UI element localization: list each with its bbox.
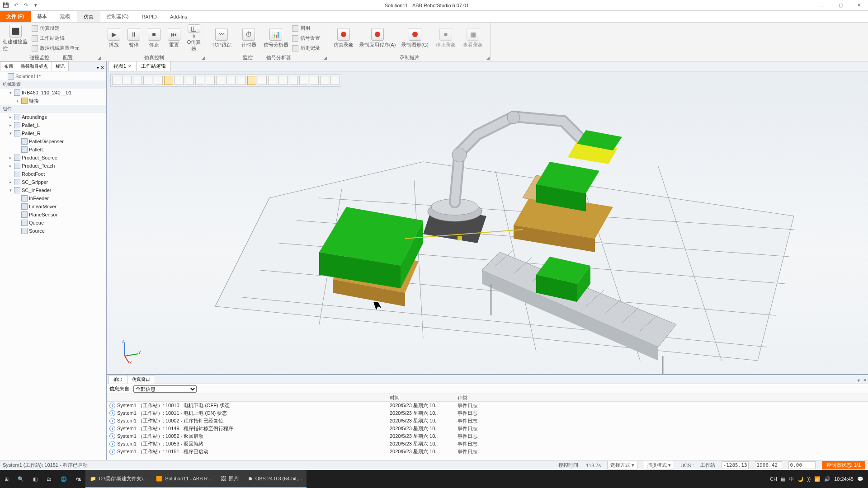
panel-dropdown-icon[interactable]: ▾ ✕	[94, 64, 107, 71]
tree-links[interactable]: 链接	[29, 98, 39, 104]
log-row[interactable]: iSystem1 （工作站）: 10053 - 返回就绪2020/5/23 星期…	[107, 440, 868, 448]
vp-tool[interactable]	[123, 76, 132, 85]
tab-file[interactable]: 文件 (F)	[0, 11, 31, 22]
maximize-button[interactable]: ▢	[832, 0, 850, 11]
tree-item[interactable]: Pallet_R	[22, 131, 41, 136]
sim-setup-button[interactable]: 仿真设定	[30, 24, 81, 33]
tree-item[interactable]: InFeeder	[29, 196, 49, 201]
log-row[interactable]: iSystem1 （工作站）: 10151 - 程序已启动2020/5/23 星…	[107, 448, 868, 455]
vp-tool[interactable]	[310, 76, 319, 85]
panel-tab-paths[interactable]: 路径和目标点	[17, 61, 52, 71]
vp-tool[interactable]	[289, 76, 298, 85]
vp-tool[interactable]	[320, 76, 329, 85]
play-button[interactable]: ▶播放	[105, 24, 123, 52]
output-tab-simwin[interactable]: 仿真窗口	[127, 375, 155, 384]
tray-ime[interactable]: CH	[770, 476, 777, 482]
vp-tool[interactable]	[278, 76, 288, 85]
taskview-button[interactable]: ◧	[28, 470, 42, 488]
tab-modeling[interactable]: 建模	[54, 11, 77, 22]
dialog-launcher-icon[interactable]: ◢	[486, 56, 490, 60]
io-sim-button[interactable]: ◫I/ O仿真器	[185, 24, 203, 52]
explorer-button[interactable]: 🗂	[42, 470, 56, 488]
close-button[interactable]: ✕	[850, 0, 868, 11]
start-button[interactable]: ⊞	[0, 470, 13, 488]
panel-close-icon[interactable]: ✕	[861, 377, 868, 384]
panel-tab-tags[interactable]: 标记	[52, 61, 69, 71]
tree-item[interactable]: Aroundings	[22, 114, 47, 120]
tcp-trace-button[interactable]: 〰TCP跟踪	[209, 24, 234, 52]
snap-mode-dropdown[interactable]: 捕捉模式 ▾	[644, 461, 674, 469]
taskbar-item[interactable]: ⏺ OBS 24.0.3 (64-bit,...	[243, 470, 307, 488]
vp-tool[interactable]	[237, 76, 246, 85]
qat-redo-icon[interactable]: ↷	[22, 1, 30, 9]
tab-controller[interactable]: 控制器(C)	[100, 11, 135, 22]
stop-record-button[interactable]: ■停止录象	[433, 24, 458, 52]
log-row[interactable]: iSystem1 （工作站）: 10149 - 程序指针移至例行程序2020/5…	[107, 425, 868, 432]
edge-button[interactable]: 🌐	[56, 470, 71, 488]
tree-item[interactable]: PalletDispenser	[29, 139, 64, 144]
vp-tool[interactable]	[195, 76, 204, 85]
vp-tool[interactable]	[330, 76, 340, 85]
signal-analyzer-button[interactable]: 📊信号分析器	[263, 24, 288, 52]
filter-select[interactable]: 全部信息	[133, 385, 197, 393]
view-tab-stationlogic[interactable]: 工作站逻辑	[136, 61, 171, 71]
output-tab-output[interactable]: 输出	[108, 375, 127, 384]
taskbar-item[interactable]: 🖼 照片	[217, 470, 243, 488]
vp-tool[interactable]	[258, 76, 267, 85]
vp-tool[interactable]	[154, 76, 163, 85]
tray-icon[interactable]: 中	[789, 476, 794, 483]
log-row[interactable]: iSystem1 （工作站）: 10052 - 返回启动2020/5/23 星期…	[107, 432, 868, 440]
tray-icon[interactable]: ))	[807, 476, 811, 482]
panel-tab-layout[interactable]: 布局	[0, 61, 17, 71]
scene-3d[interactable]	[107, 71, 868, 374]
vp-tool[interactable]	[216, 76, 225, 85]
vp-tool[interactable]	[133, 76, 142, 85]
sim-record-button[interactable]: 仿真录象	[331, 24, 356, 52]
vp-tool[interactable]	[226, 76, 236, 85]
vp-tool[interactable]	[206, 76, 215, 85]
close-tab-icon[interactable]: ✕	[128, 64, 132, 69]
reset-button[interactable]: ⏮重置	[165, 24, 183, 52]
3d-viewport[interactable]: z y x	[107, 71, 868, 374]
tray-icon[interactable]: 🌙	[797, 476, 804, 482]
log-row[interactable]: iSystem1 （工作站）: 10002 - 程序指针已经复位2020/5/2…	[107, 417, 868, 425]
tray-network-icon[interactable]: 📶	[814, 476, 821, 482]
store-button[interactable]: 🛍	[71, 470, 85, 488]
dialog-launcher-icon[interactable]: ◢	[202, 56, 205, 60]
vp-tool-active2[interactable]	[247, 76, 256, 85]
tray-icon[interactable]: ▦	[781, 476, 785, 482]
signal-settings-button[interactable]: 信号设置	[290, 34, 322, 43]
pause-button[interactable]: ⏸暂停	[125, 24, 143, 52]
tray-clock[interactable]: 10:24:45	[834, 476, 854, 482]
enable-button[interactable]: 启用	[290, 24, 322, 33]
tree-root[interactable]: Solution11*	[15, 74, 41, 79]
select-mode-dropdown[interactable]: 选择方式 ▾	[607, 461, 637, 469]
app-record-button[interactable]: 录制应用程序(A)	[358, 24, 397, 52]
timer-button[interactable]: ⏱计时器	[236, 24, 261, 52]
tree-item[interactable]: Queue	[29, 220, 44, 225]
tree-item[interactable]: Product_Teach	[22, 163, 55, 169]
tray-volume-icon[interactable]: 🔊	[824, 476, 830, 482]
vp-tool[interactable]	[299, 76, 308, 85]
station-logic-button[interactable]: 工作站逻辑	[30, 34, 81, 43]
tab-rapid[interactable]: RAPID	[135, 11, 164, 22]
view-tab-view1[interactable]: 视图1✕	[108, 61, 137, 71]
view-record-button[interactable]: ▦查看录象	[460, 24, 486, 52]
search-button[interactable]: 🔍	[13, 470, 28, 488]
dialog-launcher-icon[interactable]: ◢	[98, 56, 101, 60]
tree-item[interactable]: LinearMover	[29, 204, 57, 209]
tree-item[interactable]: RobotFoot	[22, 171, 45, 177]
tree-item[interactable]: Pallet_L	[22, 122, 40, 128]
create-collision-button[interactable]: ⬛创建碰撞监控	[3, 24, 28, 52]
history-button[interactable]: 历史记录	[290, 44, 322, 53]
tab-basic[interactable]: 基本	[31, 11, 54, 22]
vp-tool[interactable]	[268, 76, 277, 85]
tab-addins[interactable]: Add-Ins	[164, 11, 194, 22]
gfx-record-button[interactable]: 录制图形(G)	[399, 24, 431, 52]
tree-item[interactable]: SC_InFeeder	[22, 188, 51, 193]
taskbar-item[interactable]: 📁 D:\缓存\新建文件夹\...	[85, 470, 151, 488]
tree-item[interactable]: Source	[29, 228, 45, 234]
tree-item[interactable]: Product_Source	[22, 155, 57, 160]
tree-item[interactable]: PalletL	[29, 147, 44, 152]
stop-button[interactable]: ■停止	[145, 24, 163, 52]
